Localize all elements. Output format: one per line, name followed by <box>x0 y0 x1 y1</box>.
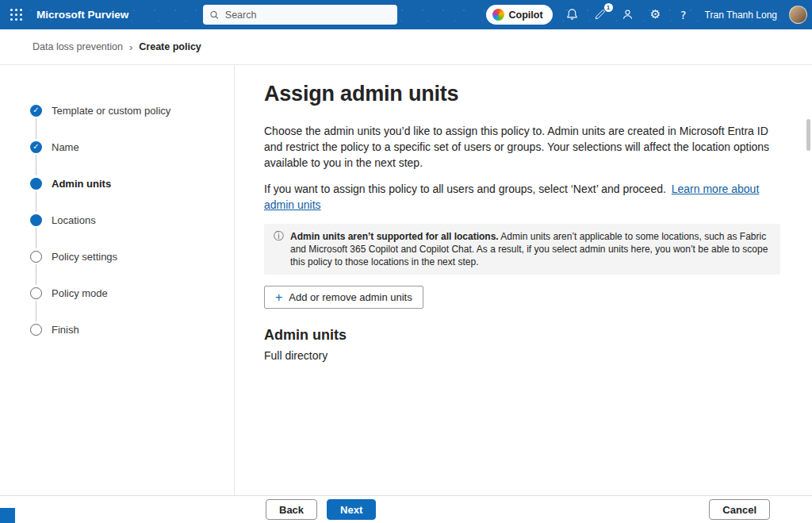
step-marker-icon: ✓ <box>30 287 42 299</box>
people-button[interactable] <box>620 6 636 25</box>
breadcrumb-separator-icon: › <box>129 41 132 53</box>
info-banner: ⓘ Admin units aren’t supported for all l… <box>264 224 780 275</box>
back-button[interactable]: Back <box>266 499 317 520</box>
notifications-button[interactable] <box>565 6 580 25</box>
proceed-text: If you want to assign this policy to all… <box>264 183 666 195</box>
info-banner-text: Admin units aren’t supported for all loc… <box>290 230 771 268</box>
step-label: Finish <box>52 324 79 336</box>
info-icon: ⓘ <box>274 230 284 242</box>
wizard-step-finish[interactable]: ✓ Finish <box>30 311 234 348</box>
wizard-step-template-or-custom-policy[interactable]: ✓ Template or custom policy <box>30 92 234 129</box>
step-label: Template or custom policy <box>52 105 170 117</box>
step-label: Policy settings <box>52 251 117 263</box>
help-icon: ? <box>680 10 686 21</box>
admin-units-heading: Admin units <box>264 327 780 344</box>
step-marker-icon: ✓ <box>30 324 42 336</box>
wizard-step-name[interactable]: ✓ Name <box>30 129 234 165</box>
plus-icon: + <box>275 291 282 304</box>
add-remove-admin-units-button[interactable]: + Add or remove admin units <box>264 286 423 309</box>
breadcrumb-item-dlp[interactable]: Data loss prevention <box>33 41 123 52</box>
feedback-button[interactable]: 1 <box>592 6 608 25</box>
search-input[interactable] <box>225 10 391 21</box>
page-title: Assign admin units <box>264 82 780 106</box>
app-launcher-button[interactable] <box>0 0 32 29</box>
footer-bar: Back Next Cancel <box>0 495 812 523</box>
step-marker-icon: ✓ <box>30 105 42 117</box>
step-marker-icon: ✓ <box>30 178 42 190</box>
bell-icon <box>565 8 579 21</box>
pen-icon <box>594 9 606 21</box>
wizard-step-policy-mode[interactable]: ✓ Policy mode <box>30 275 234 311</box>
step-label: Policy mode <box>52 287 108 299</box>
topbar-actions: Copilot 1 ⚙ ? Tran Thanh Long <box>486 0 807 29</box>
corner-accent <box>0 508 15 523</box>
add-button-label: Add or remove admin units <box>289 291 412 303</box>
step-marker-icon: ✓ <box>30 251 42 263</box>
step-label: Admin units <box>52 178 111 190</box>
feedback-badge: 1 <box>604 3 613 12</box>
step-label: Name <box>52 141 79 153</box>
breadcrumb: Data loss prevention › Create policy <box>0 29 812 65</box>
breadcrumb-item-create-policy: Create policy <box>139 41 201 52</box>
step-marker-icon: ✓ <box>30 141 42 153</box>
footer-nav-buttons: Back Next <box>266 499 376 520</box>
help-button[interactable]: ? <box>676 6 691 25</box>
gear-icon: ⚙ <box>650 9 661 21</box>
admin-units-value: Full directory <box>264 349 780 362</box>
settings-button[interactable]: ⚙ <box>648 6 664 25</box>
search-box[interactable] <box>203 5 397 25</box>
wizard-steps-sidebar: ✓ Template or custom policy ✓ Name ✓ Adm… <box>0 65 235 495</box>
step-label: Locations <box>52 214 96 226</box>
avatar[interactable] <box>789 6 807 24</box>
wizard-step-locations[interactable]: ✓ Locations <box>30 202 234 238</box>
cancel-button[interactable]: Cancel <box>709 499 770 520</box>
person-icon <box>621 8 634 21</box>
scrollbar[interactable] <box>806 65 812 495</box>
main-panel: Assign admin units Choose the admin unit… <box>235 65 812 495</box>
user-name: Tran Thanh Long <box>705 10 777 21</box>
proceed-paragraph: If you want to assign this policy to all… <box>264 181 780 213</box>
copilot-button[interactable]: Copilot <box>486 5 553 25</box>
waffle-icon <box>10 9 22 21</box>
wizard-step-admin-units[interactable]: ✓ Admin units <box>30 165 234 202</box>
app-title: Microsoft Purview <box>36 9 128 21</box>
info-banner-bold: Admin units aren’t supported for all loc… <box>290 231 499 242</box>
wizard-step-policy-settings[interactable]: ✓ Policy settings <box>30 238 234 275</box>
search-icon <box>209 10 220 21</box>
next-button[interactable]: Next <box>327 499 376 520</box>
content-region: ✓ Template or custom policy ✓ Name ✓ Adm… <box>0 65 812 495</box>
top-bar: Microsoft Purview Copilot 1 <box>0 0 812 29</box>
step-marker-icon: ✓ <box>30 214 42 226</box>
page-description: Choose the admin units you’d like to ass… <box>264 123 780 171</box>
scrollbar-thumb[interactable] <box>806 119 810 151</box>
copilot-label: Copilot <box>509 10 543 21</box>
copilot-icon <box>492 9 504 21</box>
